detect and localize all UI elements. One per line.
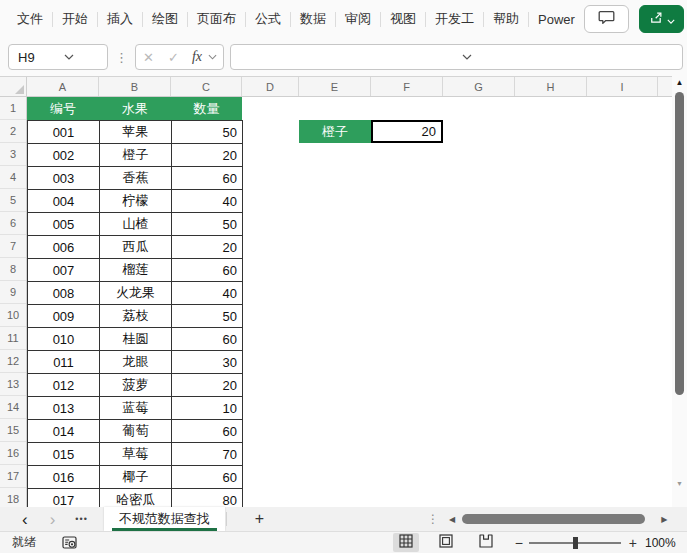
row-header-2[interactable]: 2 bbox=[0, 120, 26, 143]
table-cell[interactable]: 50 bbox=[172, 305, 243, 328]
select-all-corner[interactable] bbox=[0, 77, 27, 96]
table-cell[interactable]: 40 bbox=[172, 190, 243, 213]
ribbon-tab-4[interactable]: 绘图 bbox=[143, 10, 187, 28]
column-header-I[interactable]: I bbox=[587, 77, 658, 96]
table-cell[interactable]: 008 bbox=[28, 282, 100, 305]
table-cell[interactable]: 椰子 bbox=[100, 466, 172, 489]
column-header-A[interactable]: A bbox=[27, 77, 99, 96]
row-header-13[interactable]: 13 bbox=[0, 373, 26, 396]
table-cell[interactable]: 70 bbox=[172, 443, 243, 466]
table-cell[interactable]: 20 bbox=[172, 236, 243, 259]
formula-input[interactable] bbox=[230, 44, 683, 70]
lookup-value-cell[interactable]: 20 bbox=[371, 120, 443, 143]
row-header-15[interactable]: 15 bbox=[0, 419, 26, 442]
ribbon-tab-11[interactable]: 帮助 bbox=[484, 10, 528, 28]
table-cell[interactable]: 60 bbox=[172, 167, 243, 190]
row-header-11[interactable]: 11 bbox=[0, 327, 26, 350]
cancel-icon[interactable]: ✕ bbox=[136, 50, 161, 65]
name-box[interactable]: H9 bbox=[8, 44, 108, 70]
table-cell[interactable]: 007 bbox=[28, 259, 100, 282]
table-cell[interactable]: 菠萝 bbox=[100, 374, 172, 397]
table-cell[interactable]: 004 bbox=[28, 190, 100, 213]
table-cell[interactable]: 014 bbox=[28, 420, 100, 443]
comments-button[interactable] bbox=[584, 5, 629, 33]
table-cell[interactable]: 011 bbox=[28, 351, 100, 374]
chevron-down-icon[interactable] bbox=[208, 54, 223, 60]
table-cell[interactable]: 20 bbox=[172, 144, 243, 167]
table-cell[interactable]: 桂圆 bbox=[100, 328, 172, 351]
row-header-18[interactable]: 18 bbox=[0, 488, 26, 507]
zoom-out-button[interactable]: − bbox=[515, 535, 523, 551]
table-cell[interactable]: 香蕉 bbox=[100, 167, 172, 190]
table-header-row[interactable]: 编号水果数量 bbox=[27, 97, 242, 120]
table-cell[interactable]: 002 bbox=[28, 144, 100, 167]
table-cell[interactable]: 30 bbox=[172, 351, 243, 374]
table-cell[interactable]: 火龙果 bbox=[100, 282, 172, 305]
table-cell[interactable]: 柠檬 bbox=[100, 190, 172, 213]
vertical-scrollbar[interactable]: ▲ ▼ bbox=[672, 76, 687, 507]
drag-handle-icon[interactable]: ⋮ bbox=[108, 50, 135, 65]
share-button[interactable] bbox=[639, 5, 684, 33]
page-layout-view-button[interactable] bbox=[433, 533, 459, 552]
row-header-17[interactable]: 17 bbox=[0, 465, 26, 488]
column-header-C[interactable]: C bbox=[171, 77, 242, 96]
table-cell[interactable]: 006 bbox=[28, 236, 100, 259]
row-header-4[interactable]: 4 bbox=[0, 166, 26, 189]
scroll-down-icon[interactable]: ▼ bbox=[672, 480, 687, 487]
table-cell[interactable]: 60 bbox=[172, 420, 243, 443]
sheet-tab-active[interactable]: 不规范数据查找 bbox=[104, 507, 225, 531]
zoom-in-button[interactable]: + bbox=[629, 535, 637, 551]
enter-icon[interactable]: ✓ bbox=[161, 50, 186, 65]
chevron-down-icon[interactable] bbox=[55, 54, 101, 60]
table-header-cell[interactable]: 水果 bbox=[99, 97, 171, 120]
ribbon-tab-1[interactable]: 文件 bbox=[8, 10, 52, 28]
zoom-slider[interactable] bbox=[529, 536, 621, 550]
ribbon-tab-10[interactable]: 开发工 bbox=[426, 10, 483, 28]
ribbon-tab-8[interactable]: 审阅 bbox=[336, 10, 380, 28]
next-sheet-icon[interactable]: › bbox=[50, 511, 56, 528]
table-cell[interactable]: 40 bbox=[172, 282, 243, 305]
column-header-B[interactable]: B bbox=[99, 77, 171, 96]
ribbon-tab-5[interactable]: 页面布 bbox=[188, 10, 245, 28]
row-header-1[interactable]: 1 bbox=[0, 97, 26, 120]
table-cell[interactable]: 20 bbox=[172, 374, 243, 397]
table-cell[interactable]: 50 bbox=[172, 213, 243, 236]
scroll-up-icon[interactable]: ▲ bbox=[672, 78, 687, 87]
table-body[interactable]: 001苹果50002橙子20003香蕉60004柠檬40005山楂50006西瓜… bbox=[27, 120, 243, 507]
row-header-10[interactable]: 10 bbox=[0, 304, 26, 327]
table-cell[interactable]: 10 bbox=[172, 397, 243, 420]
table-cell[interactable]: 017 bbox=[28, 489, 100, 507]
table-cell[interactable]: 蓝莓 bbox=[100, 397, 172, 420]
zoom-slider-thumb[interactable] bbox=[573, 537, 578, 549]
table-cell[interactable]: 山楂 bbox=[100, 213, 172, 236]
column-header-G[interactable]: G bbox=[443, 77, 515, 96]
ribbon-tab-12[interactable]: Power bbox=[529, 12, 584, 27]
table-cell[interactable]: 苹果 bbox=[100, 121, 172, 144]
scroll-left-icon[interactable]: ◀ bbox=[449, 515, 455, 524]
vertical-scrollbar-thumb[interactable] bbox=[675, 92, 684, 395]
scrollbar-resize-handle[interactable]: ⋮ bbox=[427, 512, 439, 526]
ribbon-tab-9[interactable]: 视图 bbox=[381, 10, 425, 28]
table-cell[interactable]: 015 bbox=[28, 443, 100, 466]
formula-bar-expand-icon[interactable] bbox=[454, 54, 677, 60]
table-cell[interactable]: 005 bbox=[28, 213, 100, 236]
normal-view-button[interactable] bbox=[393, 533, 419, 552]
table-cell[interactable]: 西瓜 bbox=[100, 236, 172, 259]
table-cell[interactable]: 哈密瓜 bbox=[100, 489, 172, 507]
column-header-D[interactable]: D bbox=[242, 77, 299, 96]
row-header-6[interactable]: 6 bbox=[0, 212, 26, 235]
insert-function-icon[interactable]: fx bbox=[186, 49, 208, 65]
add-sheet-button[interactable]: + bbox=[255, 510, 264, 528]
table-cell[interactable]: 001 bbox=[28, 121, 100, 144]
row-header-12[interactable]: 12 bbox=[0, 350, 26, 373]
ribbon-tab-6[interactable]: 公式 bbox=[246, 10, 290, 28]
row-header-16[interactable]: 16 bbox=[0, 442, 26, 465]
table-cell[interactable]: 012 bbox=[28, 374, 100, 397]
zoom-level-label[interactable]: 100% bbox=[645, 536, 687, 550]
scroll-right-icon[interactable]: ▶ bbox=[661, 515, 667, 524]
table-cell[interactable]: 010 bbox=[28, 328, 100, 351]
row-header-5[interactable]: 5 bbox=[0, 189, 26, 212]
column-header-F[interactable]: F bbox=[371, 77, 443, 96]
table-cell[interactable]: 葡萄 bbox=[100, 420, 172, 443]
row-header-7[interactable]: 7 bbox=[0, 235, 26, 258]
